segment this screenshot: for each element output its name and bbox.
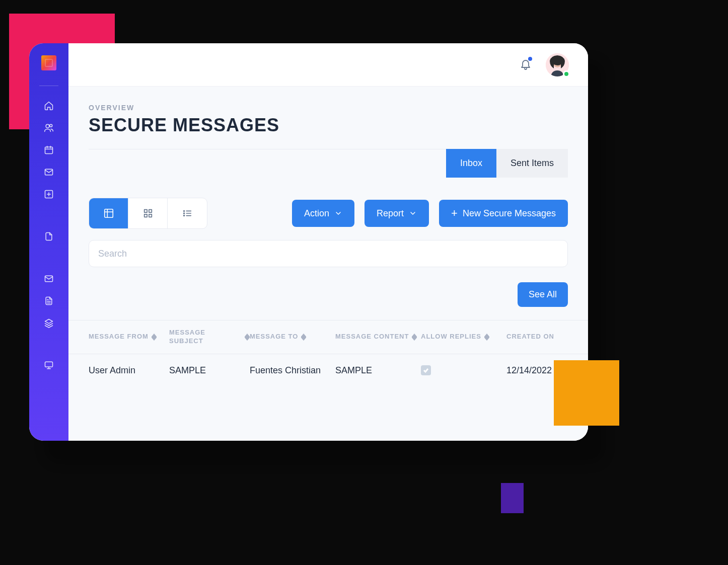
search-input[interactable] (89, 240, 568, 267)
grid-icon (142, 208, 154, 219)
plus-icon: + (451, 208, 458, 219)
messages-table: MESSAGE FROM MESSAGE SUBJECT MESSAGE TO … (68, 320, 588, 379)
svg-point-1 (50, 124, 52, 127)
overview-label: OVERVIEW (68, 104, 588, 112)
view-table-button[interactable] (89, 198, 128, 228)
svg-rect-12 (149, 210, 152, 213)
tabs-row: Inbox Sent Items (68, 149, 588, 178)
view-list-button[interactable] (168, 198, 207, 228)
sort-icon (412, 334, 417, 341)
toolbar-actions: Action Report + New Secure Messages (292, 200, 568, 227)
see-all-row: See All (68, 277, 588, 320)
cell-subject: SAMPLE (169, 365, 250, 376)
mail-alt-icon[interactable] (43, 273, 54, 284)
new-secure-message-button[interactable]: + New Secure Messages (439, 200, 568, 227)
report-label: Report (377, 208, 404, 219)
tab-inbox[interactable]: Inbox (446, 149, 496, 178)
main: OVERVIEW SECURE MESSAGES Inbox Sent Item… (68, 43, 588, 441)
svg-point-15 (184, 211, 185, 212)
svg-rect-14 (149, 214, 152, 217)
cell-from: User Admin (89, 365, 169, 376)
report-dropdown[interactable]: Report (365, 200, 429, 227)
tab-sent-items[interactable]: Sent Items (496, 149, 568, 178)
col-message-content[interactable]: MESSAGE CONTENT (335, 329, 421, 346)
tabs: Inbox Sent Items (446, 149, 568, 178)
layers-icon[interactable] (43, 317, 54, 329)
file-icon[interactable] (43, 231, 54, 242)
notification-dot-icon (528, 57, 532, 61)
svg-rect-10 (104, 209, 113, 218)
svg-point-16 (184, 213, 185, 214)
cell-to: Fuentes Christian (250, 365, 335, 376)
app-logo[interactable] (41, 55, 56, 70)
action-dropdown[interactable]: Action (292, 200, 354, 227)
mail-icon[interactable] (43, 167, 54, 178)
page-title: SECURE MESSAGES (68, 112, 588, 149)
action-label: Action (304, 208, 329, 219)
cell-allow-replies (421, 365, 506, 376)
col-allow-replies[interactable]: ALLOW REPLIES (421, 329, 506, 346)
svg-rect-13 (144, 214, 147, 217)
table-header: MESSAGE FROM MESSAGE SUBJECT MESSAGE TO … (68, 320, 588, 354)
col-created-on[interactable]: CREATED ON (506, 329, 587, 346)
sort-icon (301, 334, 306, 341)
view-switch (89, 198, 207, 229)
sort-icon (484, 334, 489, 341)
col-message-to[interactable]: MESSAGE TO (250, 329, 335, 346)
monitor-icon[interactable] (43, 360, 54, 371)
sidebar-divider (39, 86, 58, 86)
user-avatar[interactable] (546, 53, 569, 76)
content: OVERVIEW SECURE MESSAGES Inbox Sent Item… (68, 87, 588, 441)
svg-rect-11 (144, 210, 147, 213)
new-label: New Secure Messages (463, 208, 556, 219)
sort-icon (245, 334, 250, 341)
notifications-button[interactable] (520, 58, 532, 72)
svg-point-0 (46, 124, 49, 128)
see-all-button[interactable]: See All (518, 282, 568, 307)
decoration-purple (501, 483, 524, 513)
sort-icon (152, 334, 157, 341)
view-grid-button[interactable] (128, 198, 168, 228)
file-text-icon[interactable] (43, 295, 54, 306)
toolbar: Action Report + New Secure Messages (68, 178, 588, 240)
search-wrap (68, 240, 588, 277)
cell-content: SAMPLE (335, 365, 421, 376)
svg-rect-2 (45, 147, 53, 153)
users-icon[interactable] (43, 122, 54, 133)
svg-rect-6 (45, 362, 53, 367)
svg-point-17 (184, 215, 185, 216)
app-window: OVERVIEW SECURE MESSAGES Inbox Sent Item… (29, 43, 588, 441)
list-icon (182, 208, 193, 219)
col-message-subject[interactable]: MESSAGE SUBJECT (169, 329, 250, 346)
decoration-orange (554, 360, 619, 426)
online-status-icon (563, 70, 570, 77)
table-row[interactable]: User Admin SAMPLE Fuentes Christian SAMP… (68, 354, 588, 379)
chevron-down-icon (409, 209, 417, 217)
chevron-down-icon (334, 209, 342, 217)
plus-square-icon[interactable] (43, 189, 54, 200)
table-icon (103, 208, 114, 219)
sidebar (29, 43, 68, 441)
home-icon[interactable] (43, 100, 54, 111)
col-message-from[interactable]: MESSAGE FROM (89, 329, 169, 346)
checkbox-checked-icon (421, 365, 431, 375)
topbar (68, 43, 588, 87)
calendar-icon[interactable] (43, 144, 54, 155)
